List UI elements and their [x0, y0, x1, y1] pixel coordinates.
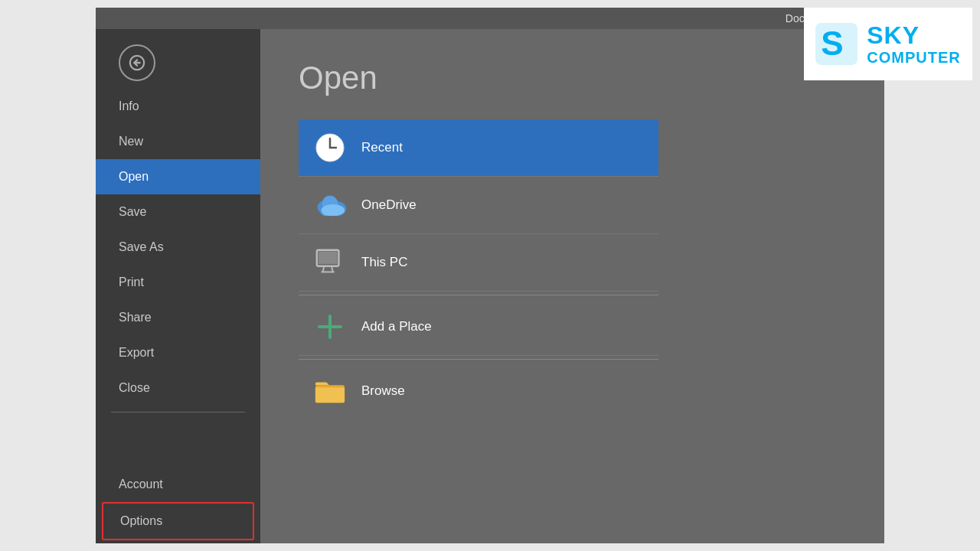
- back-button[interactable]: [119, 44, 155, 81]
- this-pc-label: This PC: [361, 255, 407, 270]
- add-place-label: Add a Place: [361, 319, 432, 334]
- open-item-this-pc[interactable]: This PC: [299, 234, 658, 292]
- content-area: Info New Open Save Save As Pri: [96, 29, 884, 543]
- sidebar-item-options[interactable]: Options: [102, 502, 254, 540]
- svg-rect-18: [315, 387, 345, 403]
- logo-area: S SKY COMPUTER: [804, 8, 972, 80]
- nav-items: Info New Open Save Save As Pri: [96, 89, 260, 543]
- clock-svg: [315, 132, 345, 163]
- back-button-area: [96, 29, 260, 89]
- word-window: Document5 - Word Info: [96, 8, 884, 543]
- sidebar-item-new[interactable]: New: [96, 124, 260, 159]
- title-bar: Document5 - Word: [96, 8, 884, 29]
- sidebar: Info New Open Save Save As Pri: [96, 29, 260, 543]
- this-pc-icon: [314, 246, 346, 279]
- svg-point-9: [322, 204, 345, 216]
- svg-text:S: S: [822, 24, 844, 62]
- open-item-browse[interactable]: Browse: [299, 363, 658, 419]
- open-items-list: Recent OneDri: [299, 119, 658, 419]
- sidebar-item-close[interactable]: Close: [96, 370, 260, 406]
- main-content: Open Recent: [260, 29, 884, 543]
- nav-spacer: [96, 419, 260, 467]
- sidebar-item-account[interactable]: Account: [96, 467, 260, 502]
- add-place-icon: [314, 311, 346, 343]
- open-item-add-place[interactable]: Add a Place: [299, 298, 658, 356]
- logo-sky: SKY: [867, 22, 960, 49]
- logo-computer: COMPUTER: [867, 49, 960, 66]
- browse-icon: [314, 375, 346, 407]
- onedrive-svg: [314, 194, 346, 217]
- outer-frame: Document5 - Word Info: [0, 0, 980, 551]
- pc-svg: [314, 248, 346, 277]
- page-title: Open: [299, 60, 846, 96]
- sidebar-item-info[interactable]: Info: [96, 89, 260, 124]
- nav-divider: [111, 412, 245, 412]
- onedrive-label: OneDrive: [361, 197, 416, 213]
- sidebar-item-export[interactable]: Export: [96, 335, 260, 370]
- open-item-recent[interactable]: Recent: [299, 119, 658, 177]
- logo-icon: S: [815, 23, 858, 65]
- open-item-onedrive[interactable]: OneDrive: [299, 177, 658, 234]
- sidebar-item-share[interactable]: Share: [96, 300, 260, 335]
- sidebar-item-save-as[interactable]: Save As: [96, 230, 260, 265]
- browse-label: Browse: [361, 383, 405, 399]
- svg-rect-11: [318, 252, 338, 264]
- plus-svg: [315, 311, 345, 342]
- folder-svg: [314, 377, 346, 405]
- recent-icon: [314, 132, 346, 164]
- sidebar-item-save[interactable]: Save: [96, 194, 260, 230]
- recent-label: Recent: [361, 140, 403, 155]
- back-arrow-icon: [129, 54, 145, 71]
- logo-text: SKY COMPUTER: [867, 22, 960, 66]
- divider-browse: [299, 359, 658, 360]
- onedrive-icon: [314, 189, 346, 221]
- sidebar-item-open[interactable]: Open: [96, 159, 260, 194]
- divider-add-place: [299, 295, 658, 295]
- sidebar-item-print[interactable]: Print: [96, 265, 260, 300]
